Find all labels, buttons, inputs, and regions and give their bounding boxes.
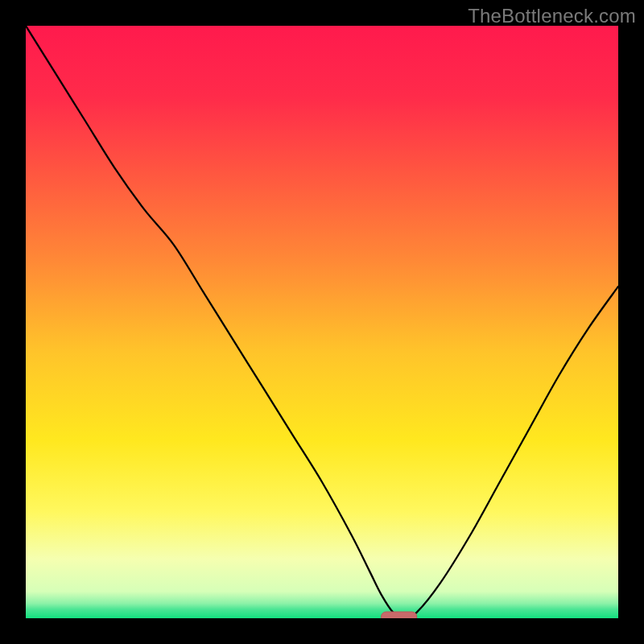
heatmap-background: [26, 26, 618, 618]
watermark-label: TheBottleneck.com: [468, 5, 636, 27]
bottleneck-chart: [26, 26, 618, 618]
chart-frame: TheBottleneck.com: [0, 0, 644, 644]
optimum-marker: [382, 612, 417, 618]
